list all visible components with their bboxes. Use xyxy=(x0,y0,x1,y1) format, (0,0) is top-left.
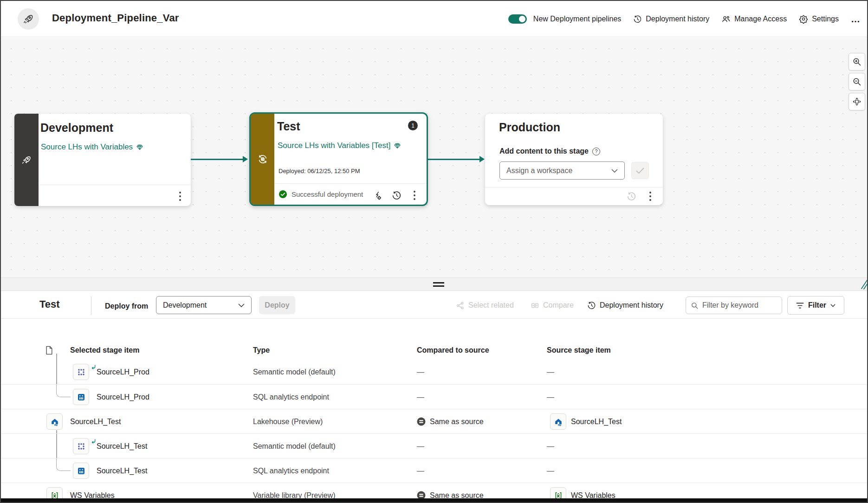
history-icon xyxy=(627,192,636,201)
table-row[interactable]: SourceLH_Prod Semantic model (default) —… xyxy=(1,360,867,384)
same-as-source-icon xyxy=(417,417,426,428)
filter-keyword-search[interactable] xyxy=(686,297,782,314)
filter-button[interactable]: Filter xyxy=(787,296,844,315)
arrow-head xyxy=(479,156,485,162)
stage-badge-count: 1 xyxy=(408,121,418,130)
deployment-history-button[interactable]: Deployment history xyxy=(633,15,709,24)
sql-endpoint-icon xyxy=(73,463,89,479)
derived-item-icon xyxy=(91,437,96,445)
kebab-icon xyxy=(179,191,181,202)
kebab-icon xyxy=(649,191,652,202)
help-icon[interactable]: ? xyxy=(592,148,600,155)
tree-line xyxy=(56,354,57,360)
production-kebab-menu[interactable] xyxy=(649,191,652,204)
diamond-icon xyxy=(394,142,401,149)
assign-workspace-dropdown[interactable]: Assign a workspace xyxy=(499,161,625,180)
deployed-timestamp: Deployed: 06/12/25, 12:50 PM xyxy=(279,168,360,174)
table-row[interactable]: WS Variables Variable library (Preview) … xyxy=(1,483,867,498)
test-kebab-menu[interactable] xyxy=(413,190,416,203)
deployment-pipeline-app: Deployment_Pipeline_Var New Deployment p… xyxy=(0,0,868,503)
diamond-icon xyxy=(136,143,143,151)
sql-endpoint-icon xyxy=(73,389,89,405)
tree-elbow xyxy=(56,458,71,471)
tree-line xyxy=(56,360,57,384)
table-row[interactable]: SourceLH_Test SQL analytics endpoint — — xyxy=(1,458,867,483)
stage-history-button[interactable] xyxy=(392,191,402,202)
chevron-down-icon xyxy=(830,304,836,307)
select-related-button[interactable]: Select related xyxy=(456,291,514,320)
panel-splitter xyxy=(1,277,867,291)
stage-card-production[interactable]: Production Add content to this stage ? A… xyxy=(485,114,663,205)
new-pipelines-toggle-label: New Deployment pipelines xyxy=(533,15,621,23)
fit-to-screen-button[interactable] xyxy=(849,93,865,110)
search-icon xyxy=(691,302,699,310)
filter-icon xyxy=(796,302,804,309)
semantic-model-icon xyxy=(73,364,89,380)
page-title: Deployment_Pipeline_Var xyxy=(52,12,179,24)
production-history-button-disabled xyxy=(627,192,636,203)
derived-item-icon xyxy=(91,363,96,371)
more-icon[interactable]: … xyxy=(851,14,861,25)
stage-card-test[interactable]: Test 1 Source LHs with Variables [Test] … xyxy=(249,112,428,206)
file-icon xyxy=(45,346,53,355)
deployment-rules-icon xyxy=(372,191,382,201)
people-icon xyxy=(721,14,731,24)
stage-card-development[interactable]: Development Source LHs with Variables xyxy=(14,114,191,206)
workspace-link[interactable]: Source LHs with Variables xyxy=(41,142,143,152)
manage-access-button[interactable]: Manage Access xyxy=(721,14,787,24)
table-header: Selected stage item Type Compared to sou… xyxy=(1,341,867,360)
same-as-source-icon xyxy=(417,491,426,498)
tree-elbow xyxy=(56,385,71,397)
select-related-icon xyxy=(456,301,465,310)
semantic-model-icon xyxy=(73,438,89,454)
workspace-link[interactable]: Source LHs with Variables [Test] xyxy=(278,141,401,150)
zoom-out-button[interactable] xyxy=(849,73,865,90)
assign-confirm-button[interactable] xyxy=(631,162,649,179)
settings-button[interactable]: Settings xyxy=(799,14,839,24)
table-row[interactable]: SourceLH_Test Semantic model (default) —… xyxy=(1,433,867,458)
divider xyxy=(91,297,91,315)
panel-stage-title: Test xyxy=(39,298,60,310)
splitter-drag-handle[interactable] xyxy=(433,282,444,289)
table-row[interactable]: SourceLH_Test Lakehouse (Preview) Same a… xyxy=(1,409,867,433)
new-pipelines-toggle[interactable] xyxy=(508,14,527,24)
deploy-from-label: Deploy from xyxy=(105,302,148,310)
stage-title: Test xyxy=(277,120,300,133)
lakehouse-icon xyxy=(46,413,63,430)
history-icon xyxy=(587,301,596,310)
col-type: Type xyxy=(253,341,270,360)
deploy-button[interactable]: Deploy xyxy=(259,296,295,314)
success-check-icon xyxy=(279,190,287,199)
compare-button[interactable]: Compare xyxy=(531,291,574,320)
search-input[interactable] xyxy=(702,301,772,310)
deploy-from-dropdown[interactable]: Development xyxy=(156,296,252,314)
zoom-in-button[interactable] xyxy=(849,53,865,71)
table-row[interactable]: SourceLH_Prod SQL analytics endpoint — — xyxy=(1,384,867,409)
splitter-resize-icon[interactable] xyxy=(860,279,868,291)
card-divider xyxy=(39,185,191,185)
window-bottom-edge xyxy=(1,498,867,502)
development-kebab-menu[interactable] xyxy=(179,191,181,204)
stage-title: Development xyxy=(40,121,113,135)
toolbar-divider xyxy=(1,318,867,319)
chevron-down-icon xyxy=(611,169,618,173)
arrow-head xyxy=(243,156,248,162)
col-selected-stage-item: Selected stage item xyxy=(70,341,139,360)
arrow-test-to-prod xyxy=(428,159,480,160)
add-content-label: Add content to this stage ? xyxy=(499,147,600,155)
zoom-out-icon xyxy=(852,77,862,86)
stage-content-panel: Test Deploy from Development Deploy Sele… xyxy=(1,291,867,502)
table-body: SourceLH_Prod Semantic model (default) —… xyxy=(1,360,867,498)
arrow-dev-to-test xyxy=(191,159,243,160)
app-header: Deployment_Pipeline_Var New Deployment p… xyxy=(1,1,867,37)
kebab-icon xyxy=(413,190,416,201)
rocket-icon xyxy=(23,13,34,25)
rocket-icon xyxy=(21,155,32,165)
tree-line xyxy=(56,430,57,433)
zoom-in-icon xyxy=(852,57,862,66)
gear-icon xyxy=(799,14,808,24)
deployment-rules-button[interactable] xyxy=(372,191,382,203)
deployment-history-button[interactable]: Deployment history xyxy=(587,291,663,320)
tree-line xyxy=(56,434,57,458)
lakehouse-icon xyxy=(550,413,566,430)
